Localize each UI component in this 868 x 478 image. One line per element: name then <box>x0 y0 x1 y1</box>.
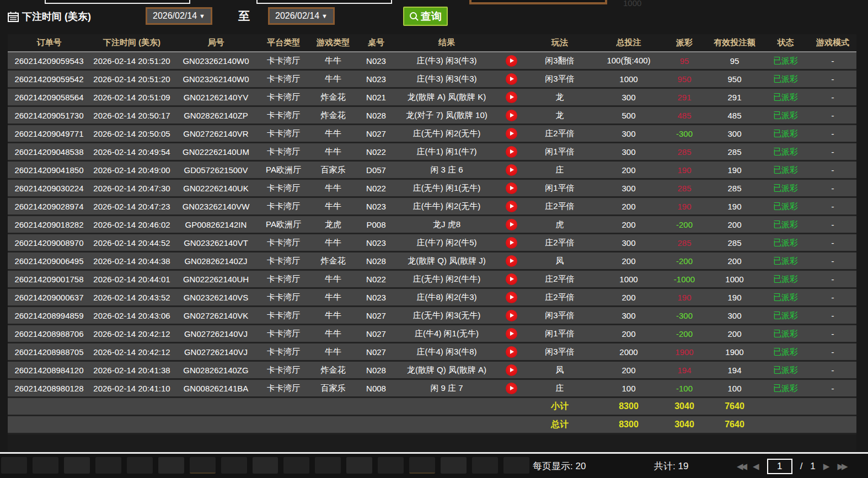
cell-table_no: N027 <box>358 125 394 142</box>
table-row: 2602142090585642026-02-14 20:51:09GN0212… <box>8 89 856 107</box>
play-video-icon[interactable] <box>499 143 524 160</box>
play-video-icon[interactable] <box>499 125 524 142</box>
cell-mode: - <box>809 71 856 87</box>
cell-status: 已派彩 <box>762 52 809 69</box>
cell-status: 已派彩 <box>762 234 809 251</box>
table-header-row: 订单号下注时间 (美东)局号平台类型游戏类型桌号结果玩法总投注派彩有效投注额状态… <box>8 34 856 52</box>
cell-status: 已派彩 <box>762 143 809 160</box>
cell-status: 已派彩 <box>762 307 809 324</box>
cell-game: 炸金花 <box>308 89 358 105</box>
cell-game: 百家乐 <box>308 380 358 396</box>
cell-play: 庄 <box>524 380 596 396</box>
cell-play: 凤 <box>524 362 596 378</box>
play-video-icon[interactable] <box>499 343 524 360</box>
cell-status: 已派彩 <box>762 343 809 360</box>
cell-game: 牛牛 <box>308 143 358 160</box>
table-row: 2602142090017582026-02-14 20:44:01GN0222… <box>8 271 856 289</box>
search-icon <box>409 12 419 22</box>
cell-play: 庄2平倍 <box>524 198 596 214</box>
play-video-icon[interactable] <box>499 180 524 196</box>
play-video-icon[interactable] <box>499 271 524 287</box>
page-separator: / <box>800 461 803 472</box>
cell-play: 闲3平倍 <box>524 307 596 324</box>
header-platform: 平台类型 <box>259 34 308 51</box>
betting-records-page: 1000 下注时间 (美东) 2026/02/14 ▼ 至 2026/02/14 <box>0 0 868 478</box>
play-video-icon[interactable] <box>499 216 524 233</box>
subtotal-row: 小计 8300 3040 7640 <box>8 398 856 416</box>
cell-valid: 200 <box>707 325 762 342</box>
date-from-select[interactable]: 2026/02/14 ▼ <box>146 7 212 25</box>
cell-bet: 200 <box>596 325 662 342</box>
cell-game: 炸金花 <box>308 107 358 123</box>
table-filler <box>8 434 856 452</box>
cell-payout: 194 <box>662 362 707 378</box>
header-play: 玩法 <box>524 34 596 51</box>
cell-table_no: N022 <box>358 271 394 287</box>
cell-order: 260214209028974 <box>8 198 90 214</box>
query-button[interactable]: 查询 <box>403 7 448 26</box>
play-video-icon[interactable] <box>499 162 524 178</box>
cell-bet: 500 <box>596 107 662 123</box>
chevron-down-icon: ▼ <box>322 13 328 19</box>
cell-valid: 200 <box>707 216 762 233</box>
prev-page-icon[interactable]: ◀ <box>753 461 759 471</box>
cell-bet: 100 <box>596 380 662 396</box>
play-video-icon[interactable] <box>499 234 524 251</box>
play-video-icon[interactable] <box>499 307 524 324</box>
cell-payout: 190 <box>662 162 707 178</box>
to-label: 至 <box>238 8 250 24</box>
play-video-icon[interactable] <box>499 325 524 342</box>
cell-payout: 190 <box>662 198 707 214</box>
total-bet: 8300 <box>596 416 662 433</box>
cell-mode: - <box>809 52 856 69</box>
cell-order: 260214209018282 <box>8 216 90 233</box>
chevron-down-icon: ▼ <box>199 13 205 19</box>
play-video-icon[interactable] <box>499 253 524 269</box>
cell-result: 庄(牛4) 闲3(牛8) <box>394 343 499 360</box>
cell-status: 已派彩 <box>762 271 809 287</box>
cell-table_no: D057 <box>358 162 394 178</box>
play-video-icon[interactable] <box>499 52 524 69</box>
cell-time: 2026-02-14 20:41:38 <box>90 362 173 378</box>
cell-order: 260214209058564 <box>8 89 90 105</box>
cell-game: 牛牛 <box>308 198 358 214</box>
cell-game: 牛牛 <box>308 289 358 305</box>
header-valid: 有效投注额 <box>707 34 762 51</box>
dimmed-tab <box>472 457 498 474</box>
cell-table_no: N028 <box>358 253 394 269</box>
total-count-label: 共计: 19 <box>654 460 688 472</box>
play-video-icon[interactable] <box>499 362 524 378</box>
play-video-icon[interactable] <box>499 289 524 305</box>
first-page-icon[interactable]: ◀◀ <box>737 461 745 471</box>
cell-bet: 300 <box>596 234 662 251</box>
play-video-icon[interactable] <box>499 107 524 123</box>
last-page-icon[interactable]: ▶▶ <box>837 461 845 471</box>
cell-order: 260214209059542 <box>8 71 90 87</box>
cell-payout: 95 <box>662 52 707 69</box>
cell-game: 百家乐 <box>308 162 358 178</box>
play-video-icon[interactable] <box>499 89 524 105</box>
cell-round: GN028262140ZP <box>173 107 259 123</box>
bet-time-label-group: 下注时间 (美东) <box>8 10 91 23</box>
header-icon <box>499 34 524 51</box>
cell-mode: - <box>809 253 856 269</box>
table-row: 2602142089948592026-02-14 20:43:06GN0272… <box>8 307 856 325</box>
cell-round: GN008262141BA <box>173 380 259 396</box>
play-video-icon[interactable] <box>499 380 524 396</box>
cell-play: 闲3平倍 <box>524 71 596 87</box>
cell-time: 2026-02-14 20:49:00 <box>90 162 173 178</box>
cell-payout: 1900 <box>662 343 707 360</box>
play-video-icon[interactable] <box>499 198 524 214</box>
play-video-icon[interactable] <box>499 71 524 87</box>
date-to-select[interactable]: 2026/02/14 ▼ <box>268 7 335 25</box>
bet-time-label: 下注时间 (美东) <box>22 10 91 23</box>
cell-payout: 285 <box>662 180 707 196</box>
cell-platform: 卡卡湾厅 <box>259 307 308 324</box>
page-number-input[interactable] <box>767 459 792 474</box>
next-page-icon[interactable]: ▶ <box>823 461 830 471</box>
cell-status: 已派彩 <box>762 125 809 142</box>
cell-bet: 200 <box>596 362 662 378</box>
cell-valid: 95 <box>707 52 762 69</box>
cell-status: 已派彩 <box>762 71 809 87</box>
cell-table_no: N027 <box>358 307 394 324</box>
